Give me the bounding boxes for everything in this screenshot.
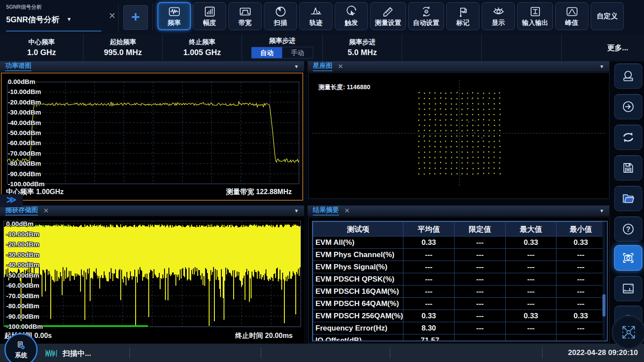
spectrum-plot (7, 82, 299, 184)
settings-col-empty (402, 34, 481, 61)
screenshot-button[interactable] (614, 245, 642, 271)
continue-run-button[interactable] (614, 94, 642, 119)
table-row[interactable]: EVM All(%)0.33---0.330.33 (313, 237, 606, 249)
toolbar-button-输入输出[interactable]: 输入输出 (517, 2, 553, 30)
y-tick-label: -30.00dBm (6, 251, 39, 258)
toolbar-button-轨迹[interactable]: 轨迹 (299, 2, 332, 30)
expand-panel-handle[interactable]: ≫ (0, 194, 23, 207)
settings-col-empty (481, 34, 561, 61)
close-panel-icon[interactable]: ✕ (344, 207, 350, 215)
settings-col-终止频率[interactable]: 终止频率1.005 GHz (162, 34, 242, 61)
layout-icon (621, 282, 635, 296)
table-cell: --- (455, 322, 506, 334)
more-settings-button[interactable]: 更多... (607, 43, 628, 53)
camera-icon (621, 251, 635, 265)
y-tick-label: -90.00dBm (6, 313, 39, 320)
chevron-down-icon[interactable]: ▼ (599, 64, 604, 69)
add-tab-button[interactable]: + (123, 5, 148, 30)
chevron-down-icon[interactable]: ▼ (599, 208, 604, 213)
table-scrollbar[interactable] (602, 222, 606, 339)
sweep-icon (274, 5, 287, 18)
chevron-down-icon[interactable]: ▼ (294, 64, 299, 69)
toolbar-button-label: 测量设置 (375, 19, 401, 27)
table-row[interactable]: Frequency Error(Hz)8.30--------- (313, 322, 606, 334)
table-row[interactable]: EVM PDSCH 256QAM(%)0.33---0.330.33 (313, 310, 606, 322)
table-row[interactable]: EVM Phys Channel(%)------------ (313, 249, 606, 261)
table-row[interactable]: EVM PDSCH 64QAM(%)------------ (313, 298, 606, 310)
y-tick-label: -40.00dBm (6, 261, 39, 268)
panel-capture-titlebar[interactable]: 捕获存储图 ✕ ▼ (0, 205, 304, 216)
table-header: 测试项 (313, 222, 403, 237)
settings-col-中心频率[interactable]: 中心频率1.0 GHz (0, 34, 83, 61)
divider (130, 347, 130, 359)
toggle-option-自动[interactable]: 自动 (252, 47, 282, 58)
svg-text:?: ? (626, 226, 630, 233)
table-cell: --- (403, 249, 455, 261)
panel-summary-titlebar[interactable]: 结果摘要 ✕ ▼ (308, 205, 609, 216)
panel-constellation-titlebar[interactable]: 星座图 ✕ ▼ (308, 61, 609, 72)
refresh-button[interactable] (614, 125, 642, 150)
toolbar-button-峰值[interactable]: 峰值 (555, 2, 588, 30)
settings-col-频率步进[interactable]: 频率步进5.0 MHz (322, 34, 402, 61)
toolbar-button-频率[interactable]: 频率 (158, 2, 191, 30)
scan-status-label: 扫描中... (63, 348, 91, 359)
freq-step-mode-toggle[interactable]: 自动手动 (251, 47, 313, 59)
toolbar-button-扫描[interactable]: 扫描 (264, 2, 297, 30)
navigation-cross-button[interactable] (612, 316, 644, 348)
refresh-icon (621, 130, 635, 144)
waveform-icon (168, 5, 181, 18)
help-button[interactable]: ? (614, 216, 642, 242)
y-tick-label: -10.00dBm (6, 230, 39, 238)
toolbar-button-显示[interactable]: 显示 (482, 2, 515, 30)
setting-value: 1.0 GHz (27, 48, 56, 57)
toggle-option-手动[interactable]: 手动 (282, 47, 313, 58)
toolbar-button-标记[interactable]: 标记 (446, 2, 480, 30)
toolbar-button-自动设置[interactable]: 自动设置 (408, 2, 444, 30)
toolbar-button-label: 自动设置 (413, 19, 439, 27)
toolbar-button-label: 峰值 (565, 19, 578, 27)
table-cell: --- (556, 334, 606, 342)
toolbar-button-幅度[interactable]: 幅度 (193, 2, 226, 30)
toolbar-button-带宽[interactable]: 带宽 (228, 2, 262, 30)
settings-col-起始频率[interactable]: 起始频率995.0 MHz (83, 34, 162, 61)
close-panel-icon[interactable]: ✕ (338, 63, 343, 70)
y-tick-label: -90.00dBm (8, 170, 41, 178)
save-icon (621, 161, 635, 175)
divider (390, 347, 390, 359)
chevron-down-icon[interactable]: ▼ (66, 16, 72, 22)
table-cell: 0.33 (556, 310, 606, 322)
y-tick-label: -100.00dBm (8, 180, 45, 188)
panel-spectrum-titlebar[interactable]: 功率谱图 ▼ (0, 61, 304, 72)
measurement-tab[interactable]: 5GNR信号分析 5GNR信号分析▼ (6, 3, 102, 31)
io-icon (529, 5, 542, 18)
restart-measure-button[interactable] (614, 63, 642, 89)
table-cell: --- (403, 261, 455, 273)
table-cell: --- (556, 285, 606, 298)
panel-title: 捕获存储图 (5, 206, 38, 216)
toolbar-button-label: 带宽 (238, 19, 252, 27)
open-file-button[interactable] (614, 186, 642, 211)
table-row[interactable]: IQ Offset(dB)-71.57--------- (313, 334, 606, 342)
table-cell: --- (403, 273, 455, 285)
table-cell: 0.33 (506, 237, 556, 249)
table-row[interactable]: EVM PDSCH QPSK(%)------------ (313, 273, 606, 285)
table-cell: --- (403, 285, 455, 298)
save-file-button[interactable] (614, 155, 642, 181)
settings-col-频率步进[interactable]: 频率步进自动手动 (242, 34, 322, 61)
toolbar-button-触发[interactable]: 触发 (335, 2, 368, 30)
chevron-down-icon[interactable]: ▼ (294, 208, 299, 213)
window-layout-button[interactable] (614, 276, 642, 301)
toolbar-button-测量设置[interactable]: 测量设置 (370, 2, 406, 30)
table-row[interactable]: EVM Phys Signal(%)------------ (313, 261, 606, 273)
spectrum-chart-area: 0.00dBm-10.00dBm-20.00dBm-30.00dBm-40.00… (1, 73, 303, 201)
table-row[interactable]: EVM PDSCH 16QAM(%)------------ (313, 285, 606, 298)
close-tab-icon[interactable]: ✕ (108, 10, 116, 21)
system-button[interactable]: 系统 (4, 333, 38, 362)
toolbar-button-label: 触发 (345, 19, 358, 27)
settings-col-更多...[interactable]: 更多... (561, 34, 644, 61)
toolbar-button-自定义[interactable]: 自定义 (591, 2, 624, 30)
close-panel-icon[interactable]: ✕ (43, 207, 49, 215)
table-cell: --- (506, 261, 556, 273)
table-cell: --- (455, 249, 506, 261)
restart-icon (621, 69, 635, 83)
